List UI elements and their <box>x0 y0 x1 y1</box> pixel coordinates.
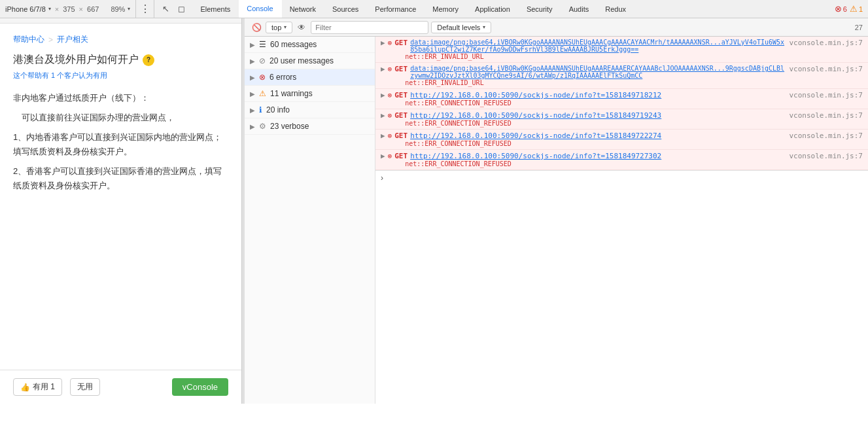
filter-all-messages[interactable]: ▶ ☰ 60 messages <box>245 37 375 53</box>
eye-icon[interactable]: 👁 <box>295 21 308 34</box>
error-filter-icon: ⊗ <box>259 73 266 82</box>
tab-performance[interactable]: Performance <box>367 0 425 18</box>
console-input-line[interactable]: › <box>375 170 868 185</box>
vconsole-button[interactable]: vConsole <box>172 378 228 396</box>
entry-error-text: net::ERR_CONNECTION_REFUSED <box>405 140 863 147</box>
console-entry: ▶ ⊗ GET http://192.168.0.100:5090/sockjs… <box>375 89 868 109</box>
entry-url[interactable]: data:image/png;base64,iVBORw0KGgoAAAANAN… <box>410 39 786 53</box>
entry-file: vconsole.min.js:7 <box>789 39 863 47</box>
badge-section: ⊗ 6 ⚠ 1 <box>829 4 868 14</box>
filter-verbose[interactable]: ▶ ⚙ 23 verbose <box>245 118 375 135</box>
tab-elements[interactable]: Elements <box>192 0 239 18</box>
article-title: 港澳台及境外用户如何开户 ? <box>13 53 228 67</box>
tab-memory[interactable]: Memory <box>425 0 467 18</box>
helpful-yes-button[interactable]: 👍 有用 1 <box>13 378 62 396</box>
console-messages-area: ▶ ⊗ GET data:image/png;base64,iVBORw0KGg… <box>375 37 868 404</box>
body-para1: 非内地客户通过纸质开户（线下）： <box>13 91 228 105</box>
device-dropdown-icon[interactable]: ▾ <box>48 6 51 12</box>
entry-error-text: net::ERR_CONNECTION_REFUSED <box>405 120 863 127</box>
entry-file: vconsole.min.js:7 <box>789 111 863 120</box>
expand-arrow-icon[interactable]: ▶ <box>381 111 385 120</box>
filter-warnings[interactable]: ▶ ⚠ 11 warnings <box>245 86 375 102</box>
entry-error-text: net::ERR_CONNECTION_REFUSED <box>405 160 863 167</box>
error-circle-icon: ⊗ <box>388 39 392 47</box>
filter-info[interactable]: ▶ ℹ 20 info <box>245 102 375 118</box>
error-circle-icon: ⊗ <box>388 111 392 120</box>
console-prompt-icon: › <box>381 173 383 183</box>
error-circle-icon: ⊗ <box>388 132 392 140</box>
info-filter-icon: ℹ <box>259 105 262 114</box>
console-panel: 🚫 top ▾ 👁 Default levels ▾ 27 ▶ ☰ 60 mes… <box>245 18 868 404</box>
device-width: 375 <box>63 5 75 13</box>
levels-dropdown-icon: ▾ <box>483 24 485 30</box>
clear-console-icon[interactable]: 🚫 <box>250 21 263 34</box>
tab-network[interactable]: Network <box>282 0 324 18</box>
device-zoom: 89% <box>111 5 125 13</box>
tab-audits[interactable]: Audits <box>561 0 598 18</box>
zoom-dropdown-icon[interactable]: ▾ <box>128 6 130 12</box>
expand-arrow-icon[interactable]: ▶ <box>381 39 385 47</box>
body-para4: 2、香港客户可以直接到兴证国际香港的营业网点，填写纸质资料及身份核实开户。 <box>13 164 228 193</box>
entry-url[interactable]: http://192.168.0.100:5090/sockjs-node/in… <box>410 132 661 140</box>
article-body: 非内地客户通过纸质开户（线下）： 可以直接前往兴证国际办理的营业网点， 1、内地… <box>13 91 228 194</box>
tab-sources[interactable]: Sources <box>324 0 367 18</box>
help-center-link[interactable]: 帮助中心 <box>13 34 44 45</box>
body-para2: 可以直接前往兴证国际办理的营业网点， <box>13 111 228 125</box>
helpful-no-button[interactable]: 无用 <box>70 378 100 396</box>
thumbs-up-icon: 👍 <box>20 383 30 392</box>
console-entry: ▶ ⊗ GET http://192.168.0.100:5090/sockjs… <box>375 150 868 170</box>
console-entry: ▶ ⊗ GET data:image/png;base64,iVBORw0KGg… <box>375 37 868 63</box>
console-entry: ▶ ⊗ GET http://192.168.0.100:5090/sockjs… <box>375 130 868 150</box>
more-button[interactable]: ⋮ <box>136 0 154 18</box>
devtools-nav-icons: ↖ ◻ <box>154 0 192 18</box>
entry-url[interactable]: http://192.168.0.100:5090/sockjs-node/in… <box>410 111 661 120</box>
line-count: 27 <box>855 24 863 31</box>
error-circle-icon: ⊗ <box>388 65 392 73</box>
console-entry: ▶ ⊗ GET data:image/png;base64,iVBORw0KGg… <box>375 63 868 89</box>
page-content: 帮助中心 > 开户相关 港澳台及境外用户如何开户 ? 这个帮助有 1 个客户认为… <box>0 24 241 370</box>
list-icon: ☰ <box>259 40 266 49</box>
tab-security[interactable]: Security <box>519 0 561 18</box>
entry-file: vconsole.min.js:7 <box>789 91 863 99</box>
entry-error-text: net::ERR_CONNECTION_REFUSED <box>405 99 863 107</box>
entry-url[interactable]: data:image/png;base64,iVBORw0KGgoAAAANAN… <box>410 65 786 79</box>
entry-url[interactable]: http://192.168.0.100:5090/sockjs-node/in… <box>410 152 661 160</box>
expand-arrow-icon[interactable]: ▶ <box>381 91 385 99</box>
error-circle-icon: ⊗ <box>388 91 392 99</box>
filter-user-messages[interactable]: ▶ ⊘ 20 user messages <box>245 53 375 69</box>
filter-errors[interactable]: ▶ ⊗ 6 errors <box>245 69 375 86</box>
help-icon[interactable]: ? <box>143 54 154 66</box>
expand-arrow-icon[interactable]: ▶ <box>381 152 385 160</box>
message-sidebar: ▶ ☰ 60 messages ▶ ⊘ 20 user messages ▶ ⊗… <box>245 37 375 404</box>
warning-filter-icon: ⚠ <box>259 89 266 98</box>
devtools-topbar: iPhone 6/7/8 ▾ × 375 × 667 89% ▾ ⋮ ↖ ◻ E… <box>0 0 868 18</box>
device-height: 667 <box>87 5 99 13</box>
helpful-text: 这个帮助有 1 个客户认为有用 <box>13 71 228 80</box>
main-layout: 帮助中心 > 开户相关 港澳台及境外用户如何开户 ? 这个帮助有 1 个客户认为… <box>0 18 868 404</box>
inspect-icon[interactable]: ◻ <box>174 0 188 18</box>
error-circle-icon: ⊗ <box>388 152 392 160</box>
expand-arrow-icon[interactable]: ▶ <box>381 132 385 140</box>
entry-url[interactable]: http://192.168.0.100:5090/sockjs-node/in… <box>410 91 661 99</box>
context-selector[interactable]: top ▾ <box>266 22 292 33</box>
console-input[interactable] <box>386 174 863 183</box>
scrollbar-strip <box>0 18 241 24</box>
tab-application[interactable]: Application <box>467 0 519 18</box>
tab-redux[interactable]: Redux <box>597 0 634 18</box>
tab-console[interactable]: Console <box>239 0 281 18</box>
context-dropdown-icon: ▾ <box>284 24 286 30</box>
device-section: iPhone 6/7/8 ▾ × 375 × 667 89% ▾ <box>0 0 136 18</box>
breadcrumb: 帮助中心 > 开户相关 <box>13 34 228 45</box>
expand-arrow-icon[interactable]: ▶ <box>381 65 385 73</box>
block-icon: ⊘ <box>259 56 266 65</box>
cursor-icon[interactable]: ↖ <box>158 0 173 18</box>
log-levels-selector[interactable]: Default levels ▾ <box>431 22 491 33</box>
section-link[interactable]: 开户相关 <box>57 34 88 45</box>
entry-error-text: net::ERR_INVALID_URL <box>405 79 863 86</box>
entry-file: vconsole.min.js:7 <box>789 152 863 160</box>
body-para3: 1、内地香港客户可以直接到兴证国际内地的营业网点；填写纸质资料及身份核实开户。 <box>13 130 228 159</box>
console-toolbar: 🚫 top ▾ 👁 Default levels ▾ 27 <box>245 18 868 37</box>
warning-badge: ⚠ 1 <box>850 4 863 14</box>
filter-input[interactable] <box>311 21 428 34</box>
bottom-actions: 👍 有用 1 无用 vConsole <box>0 370 241 404</box>
